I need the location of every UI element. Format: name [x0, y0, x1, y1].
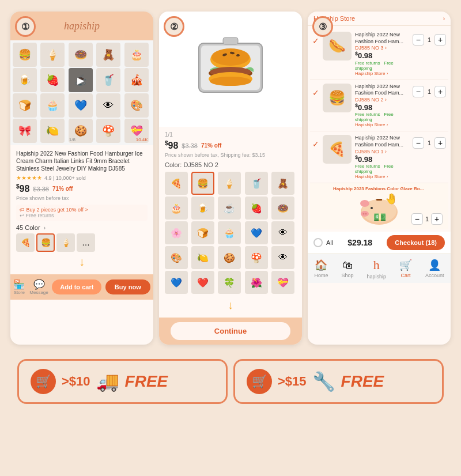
s2-color-25[interactable]: 💝: [271, 271, 294, 294]
svg-rect-2: [223, 37, 238, 44]
add-to-cart-button[interactable]: Add to cart: [52, 279, 101, 294]
nav-account-label: Account: [425, 273, 444, 278]
s2-color-7[interactable]: 🍺: [191, 197, 214, 220]
qty-val-2: 1: [428, 88, 431, 95]
nav-account[interactable]: 👤 Account: [425, 259, 444, 278]
qty-plus-4[interactable]: +: [431, 213, 443, 225]
thumb-20[interactable]: 10.4K💝: [124, 119, 149, 143]
s2-color-20[interactable]: 👁: [271, 246, 294, 269]
qty-plus-3[interactable]: +: [434, 137, 446, 149]
cart-img-3: 🍕: [323, 135, 352, 164]
product-grid: 🍔 🍦 🍩 🧸 🎂 🍺 🍓 ☕ 🥤 🎪 🍞 🧁 💙 👁 🎨 🎀 🍋 1/8🍪 🍄…: [10, 40, 153, 145]
thumb-3[interactable]: 🍩: [69, 43, 93, 67]
s2-color-21[interactable]: 💙: [165, 271, 188, 294]
thumb-4[interactable]: 🧸: [96, 43, 120, 67]
qty-row-3: − 1 +: [413, 137, 446, 149]
check-3[interactable]: ✓: [312, 139, 319, 149]
all-checkbox[interactable]: [313, 238, 323, 247]
price-orig-1: $3.38: [33, 186, 49, 192]
price-note-2: Price shown before tax, Shipping fee: $3…: [165, 152, 296, 158]
s2-color-19[interactable]: 🍄: [245, 246, 268, 269]
cart-items-list: ✓ 🌭 Hapiship 2022 New Fashion Food Ham..…: [308, 26, 451, 232]
svg-rect-19: [376, 199, 382, 201]
s2-color-23[interactable]: 🍀: [218, 271, 241, 294]
thumb-18[interactable]: 1/8🍪: [69, 119, 93, 143]
qty-minus-4[interactable]: −: [411, 213, 423, 225]
check-1[interactable]: ✓: [312, 36, 319, 46]
nav-message[interactable]: 💬 Message: [29, 279, 48, 295]
thumb-16[interactable]: 🎀: [13, 119, 37, 143]
continue-button[interactable]: Continue: [171, 322, 291, 340]
thumb-7[interactable]: 🍓: [40, 68, 65, 92]
nav-cart[interactable]: 🛒 Cart: [399, 259, 412, 278]
step1-card: ① hapiship 🍔 🍦 🍩 🧸 🎂 🍺 🍓 ☕ 🥤 🎪 🍞 🧁 💙 👁 🎨…: [10, 12, 153, 345]
color-4[interactable]: …: [77, 233, 95, 252]
thumb-6[interactable]: 🍺: [13, 68, 37, 92]
s2-color-14[interactable]: 💙: [245, 221, 268, 244]
thumb-8-video[interactable]: ☕: [69, 68, 93, 92]
s2-color-17[interactable]: 🍋: [191, 246, 214, 269]
svg-point-14: [360, 200, 369, 207]
step2-bottom: Continue: [159, 318, 302, 345]
buy-now-button[interactable]: Buy now: [105, 279, 150, 294]
qty-minus-1[interactable]: −: [413, 34, 424, 46]
item-price-2: $0.98: [355, 103, 409, 112]
check-2[interactable]: ✓: [312, 88, 319, 97]
s2-color-12[interactable]: 🍞: [191, 221, 214, 244]
discount-2: 71% off: [201, 142, 222, 149]
thumb-10[interactable]: 🎪: [124, 68, 149, 92]
s2-color-2[interactable]: 🍔: [191, 172, 214, 195]
thumb-9[interactable]: 🥤: [96, 68, 120, 92]
item-free-1: Free returns Free shipping: [355, 61, 409, 71]
qty-minus-3[interactable]: −: [413, 137, 424, 149]
nav-home[interactable]: 🏠 Home: [314, 259, 328, 278]
deal-row[interactable]: 🏷 Buy 2 pieces get 10% off > ↩ Free retu…: [16, 205, 148, 221]
s2-color-22[interactable]: ❤️: [191, 271, 214, 294]
s2-color-9[interactable]: 🍓: [245, 197, 268, 220]
s2-color-3[interactable]: 🍦: [218, 172, 241, 195]
qty-val-3: 1: [428, 139, 431, 146]
thumb-11[interactable]: 🍞: [13, 93, 37, 118]
qty-val-1: 1: [428, 36, 431, 43]
thumb-17[interactable]: 🍋: [40, 119, 65, 143]
qty-plus-2[interactable]: +: [434, 86, 446, 97]
s2-color-6[interactable]: 🎂: [165, 197, 188, 220]
banner-threshold-2: >$15: [278, 374, 307, 389]
nav-shop[interactable]: 🛍 Shop: [341, 259, 353, 278]
s2-color-4[interactable]: 🥤: [245, 172, 268, 195]
thumb-14[interactable]: 👁: [96, 93, 120, 118]
s2-color-15[interactable]: 👁: [271, 221, 294, 244]
s2-color-16[interactable]: 🎨: [165, 246, 188, 269]
thumb-19[interactable]: 🍄: [96, 119, 120, 143]
s2-color-10[interactable]: 🍩: [271, 197, 294, 220]
thumb-1[interactable]: 🍔: [13, 43, 37, 67]
thumb-13[interactable]: 💙: [69, 93, 93, 118]
nav-hapiship[interactable]: h hapiship: [366, 258, 386, 279]
color-3[interactable]: 🍦: [56, 233, 75, 252]
thumb-15[interactable]: 🎨: [124, 93, 149, 118]
s2-color-13[interactable]: 🧁: [218, 221, 241, 244]
s2-color-5[interactable]: 🧸: [271, 172, 294, 195]
store-icon: 🏪: [13, 279, 25, 290]
s2-color-8[interactable]: ☕: [218, 197, 241, 220]
item-qty-section-3: − 1 +: [413, 135, 446, 149]
all-check[interactable]: All: [313, 238, 333, 247]
svg-point-16: [361, 211, 369, 217]
nav-store[interactable]: 🏪 Store: [13, 279, 25, 295]
thumb-5[interactable]: 🎂: [124, 43, 149, 67]
s2-color-24[interactable]: 🌺: [245, 271, 268, 294]
svg-point-15: [371, 207, 373, 209]
checkout-button[interactable]: Checkout (18): [387, 235, 445, 250]
cart-money-icon-2: 🛒: [252, 374, 267, 389]
s2-color-1[interactable]: 🍕: [165, 172, 188, 195]
color-1[interactable]: 🍕: [16, 233, 35, 252]
thumb-12[interactable]: 🧁: [40, 93, 65, 118]
s2-color-11[interactable]: 🌸: [165, 221, 188, 244]
thumb-2[interactable]: 🍦: [40, 43, 65, 67]
step3-all-row: All $29.18 Checkout (18): [308, 232, 451, 254]
s2-color-18[interactable]: 🍪: [218, 246, 241, 269]
color-2[interactable]: 🍔: [36, 233, 55, 252]
qty-minus-2[interactable]: −: [413, 86, 424, 97]
step2-badge: ②: [164, 16, 184, 37]
qty-plus-1[interactable]: +: [434, 34, 446, 46]
